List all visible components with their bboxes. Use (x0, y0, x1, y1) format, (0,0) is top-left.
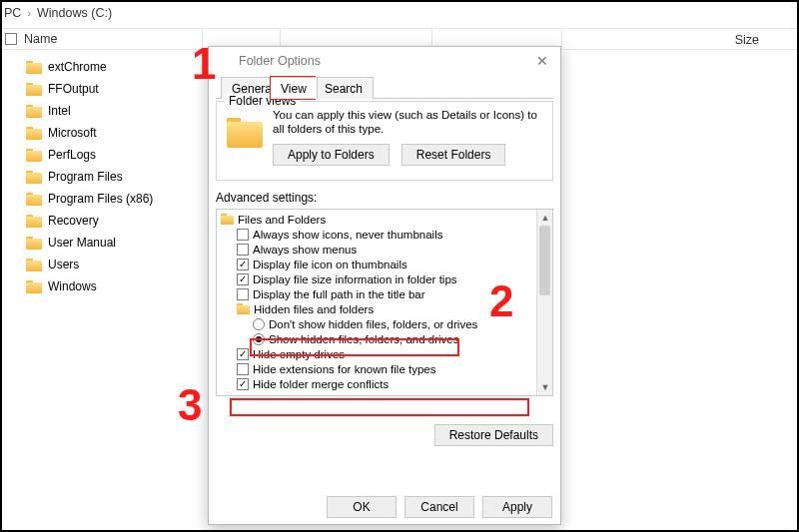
button-label: Reset Folders (416, 148, 491, 162)
checkbox-icon (237, 244, 249, 256)
checkbox-icon (237, 393, 249, 394)
opt-always-show-icons[interactable]: Always show icons, never thumbnails (221, 227, 534, 242)
folder-icon (237, 303, 250, 314)
checkbox-icon (237, 378, 249, 390)
button-label: Apply (502, 500, 532, 514)
tree-group-files-folders: Files and Folders (221, 212, 534, 227)
folder-icon (26, 215, 42, 228)
folder-stack-icon (227, 118, 263, 148)
tree-label: Display the full path in the title bar (253, 288, 425, 300)
breadcrumb[interactable]: PC › Windows (C:) (4, 6, 112, 20)
opt-dont-show-hidden[interactable]: Don't show hidden files, folders, or dri… (221, 316, 534, 331)
list-item[interactable]: Microsoft (26, 124, 153, 142)
list-item-label: Microsoft (48, 126, 97, 140)
opt-display-file-size[interactable]: Display file size information in folder … (221, 271, 534, 286)
tree-label: Hide protected operating system files (R… (253, 393, 530, 394)
list-item[interactable]: User Manual (26, 234, 153, 252)
folder-icon (26, 171, 42, 184)
opt-hide-merge-conflicts[interactable]: Hide folder merge conflicts (221, 376, 534, 391)
folder-icon (26, 83, 42, 96)
list-item[interactable]: Program Files (x86) (26, 190, 153, 208)
list-item-label: Program Files (x86) (48, 192, 153, 206)
tree-label: Always show icons, never thumbnails (253, 229, 442, 241)
dialog-button-row: OK Cancel Apply (209, 496, 560, 518)
ok-button[interactable]: OK (327, 496, 397, 518)
column-size[interactable]: Size (735, 29, 759, 51)
list-item[interactable]: Recovery (26, 212, 153, 230)
annotation-number-2: 2 (489, 279, 513, 323)
tree-label: Hide extensions for known file types (253, 363, 435, 375)
scroll-thumb[interactable] (539, 226, 550, 295)
list-item-label: Windows (48, 279, 97, 293)
tree-label: Display file icon on thumbnails (253, 259, 407, 270)
breadcrumb-seg-pc[interactable]: PC (4, 6, 21, 20)
list-item-label: Recovery (48, 214, 99, 228)
annotation-number-3: 3 (178, 383, 202, 427)
tab-label: Search (325, 82, 363, 96)
button-label: Restore Defaults (449, 428, 538, 442)
list-item[interactable]: Users (26, 256, 153, 273)
breadcrumb-seg-drive[interactable]: Windows (C:) (37, 6, 112, 20)
dialog-title: Folder Options (209, 47, 560, 75)
list-item-label: Users (48, 258, 79, 271)
apply-button[interactable]: Apply (482, 496, 552, 518)
scrollbar[interactable]: ▲ ▼ (536, 210, 552, 395)
tree-label: Always show menus (253, 244, 357, 256)
checkbox-icon (237, 363, 249, 375)
list-item-label: PerfLogs (48, 148, 96, 162)
restore-defaults-button[interactable]: Restore Defaults (434, 424, 553, 446)
opt-display-full-path[interactable]: Display the full path in the title bar (221, 286, 534, 301)
scroll-up-icon[interactable]: ▲ (537, 210, 553, 226)
column-name[interactable]: Name (24, 29, 204, 49)
folder-icon (26, 61, 42, 74)
folder-icon (26, 193, 42, 206)
tree-label: Don't show hidden files, folders, or dri… (269, 318, 477, 330)
tab-search[interactable]: Search (315, 77, 374, 99)
opt-hide-extensions[interactable]: Hide extensions for known file types (221, 361, 534, 376)
checkbox-icon (237, 229, 249, 241)
checkbox-icon (237, 288, 249, 300)
button-label: OK (353, 500, 370, 514)
button-label: Cancel (420, 500, 457, 514)
close-icon: ✕ (536, 53, 548, 69)
opt-hide-protected-os[interactable]: Hide protected operating system files (R… (221, 391, 534, 393)
list-item[interactable]: FFOutput (26, 80, 153, 98)
annotation-box-show-hidden (250, 338, 459, 356)
folder-views-group: Folder views You can apply this view (su… (216, 101, 553, 181)
annotation-number-1: 1 (192, 42, 216, 86)
list-item[interactable]: Program Files (26, 168, 153, 186)
cancel-button[interactable]: Cancel (404, 496, 474, 518)
list-item[interactable]: PerfLogs (26, 146, 153, 164)
list-item-label: User Manual (48, 236, 116, 250)
folder-icon (26, 280, 42, 293)
list-item[interactable]: Intel (26, 102, 153, 120)
dialog-title-text: Folder Options (217, 54, 321, 68)
folder-icon (26, 105, 42, 118)
tree-label: Hidden files and folders (254, 303, 374, 315)
opt-display-file-icon[interactable]: Display file icon on thumbnails (221, 257, 534, 271)
list-item-label: FFOutput (48, 82, 99, 96)
folder-icon (26, 237, 42, 250)
checkbox-icon (237, 259, 249, 270)
radio-icon (253, 318, 265, 330)
button-label: Apply to Folders (288, 148, 375, 162)
close-button[interactable]: ✕ (532, 51, 552, 71)
tree-label: Files and Folders (238, 214, 326, 226)
folder-icon (26, 259, 42, 271)
reset-folders-button[interactable]: Reset Folders (401, 144, 506, 166)
folder-icon (221, 214, 234, 225)
list-item[interactable]: Windows (26, 277, 153, 295)
advanced-settings-label: Advanced settings: (216, 191, 553, 205)
opt-always-show-menus[interactable]: Always show menus (221, 242, 534, 257)
header-checkbox[interactable] (2, 29, 20, 49)
list-item[interactable]: extChrome (26, 58, 153, 76)
list-item-label: Intel (48, 104, 71, 118)
scroll-down-icon[interactable]: ▼ (537, 379, 553, 395)
checkbox-icon (237, 273, 249, 285)
tab-view[interactable]: View (271, 77, 318, 99)
folder-views-text: You can apply this view (such as Details… (273, 108, 544, 137)
apply-to-folders-button[interactable]: Apply to Folders (273, 144, 390, 166)
folder-icon (26, 149, 42, 162)
checkbox-icon (237, 348, 249, 360)
tree-label: Display file size information in folder … (253, 273, 457, 285)
